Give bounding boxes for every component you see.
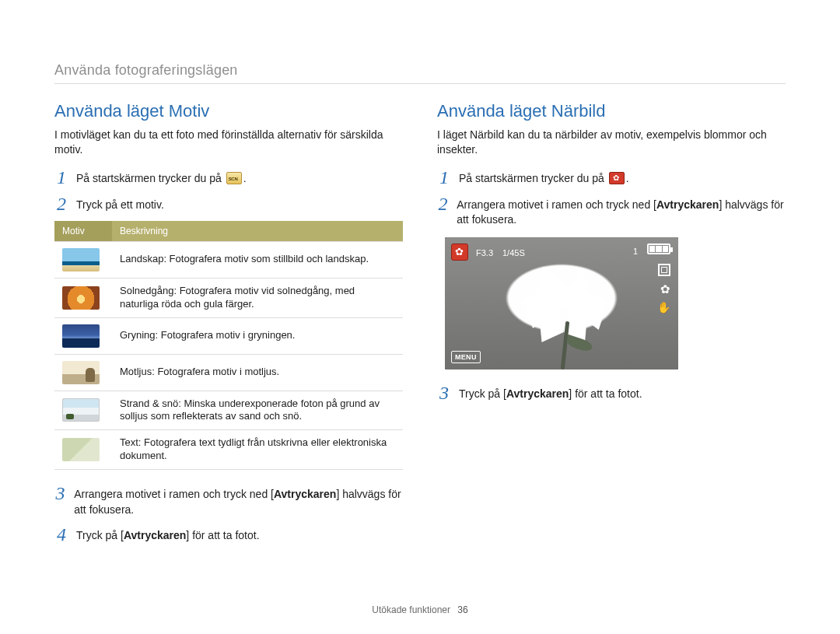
step-text: Arrangera motivet i ramen och tryck ned … — [74, 488, 274, 500]
hud-aperture: F3.3 — [476, 248, 493, 257]
step-2: 2 Arrangera motivet i ramen och tryck ne… — [437, 194, 786, 228]
step-4: 4 Tryck på [Avtryckaren] för att ta foto… — [54, 525, 403, 544]
step-number: 2 — [54, 194, 68, 213]
row-title: Gryning — [120, 329, 156, 341]
intro-motiv: I motivläget kan du ta ett foto med föri… — [54, 128, 403, 157]
step-number: 1 — [54, 168, 68, 187]
table-row: Text: Fotografera text tydligt från utsk… — [54, 430, 403, 470]
thumb-text-icon — [62, 438, 100, 461]
hud-shutter: 1/45S — [502, 248, 525, 257]
intro-narbild: I läget Närbild kan du ta närbilder av m… — [437, 128, 786, 157]
shutter-label: Avtryckaren — [656, 198, 719, 211]
step-number: 3 — [54, 484, 66, 503]
shutter-label: Avtryckaren — [124, 529, 186, 541]
step-number: 2 — [437, 194, 449, 213]
hud-menu-button[interactable]: MENU — [451, 351, 481, 363]
heading-motiv: Använda läget Motiv — [54, 101, 403, 121]
hud-shot-count: 1 — [633, 247, 638, 256]
scn-mode-icon — [226, 172, 242, 184]
row-title: Strand & snö — [120, 398, 178, 409]
thumb-gryning-icon — [62, 324, 100, 348]
step-1: 1 På startskärmen trycker du på . — [54, 168, 403, 187]
step-text: På startskärmen trycker du på — [459, 172, 604, 184]
table-row: Landskap: Fotografera motiv som stillbil… — [54, 241, 403, 278]
step-2: 2 Tryck på ett motiv. — [54, 194, 403, 213]
col-motiv: Använda läget Motiv I motivläget kan du … — [54, 101, 403, 552]
step-text-post: ] för att ta fotot. — [569, 387, 642, 400]
row-desc: : Fotografera motiv i gryningen. — [156, 329, 296, 341]
hud-stabilizer-icon — [657, 301, 670, 313]
thumb-solnedgang-icon — [62, 286, 100, 310]
table-row: Strand & snö: Minska underexponerade fot… — [54, 391, 403, 430]
step-text-post: . — [243, 172, 247, 184]
step-3: 3 Tryck på [Avtryckaren] för att ta foto… — [437, 384, 786, 402]
step-3: 3 Arrangera motivet i ramen och tryck ne… — [54, 484, 403, 517]
thumb-strand-icon — [62, 398, 100, 422]
step-text-post: ] för att ta fotot. — [186, 529, 259, 541]
row-title: Text — [120, 436, 138, 448]
divider — [54, 83, 786, 84]
step-text: Tryck på [ — [459, 387, 506, 400]
table-row: Solnedgång: Fotografera motiv vid solned… — [54, 278, 403, 317]
step-text: Arrangera motivet i ramen och tryck ned … — [457, 198, 656, 211]
th-beskrivning: Beskrivning — [112, 221, 403, 242]
step-number: 1 — [437, 168, 451, 187]
thumb-motljus-icon — [62, 361, 100, 384]
step-1: 1 På startskärmen trycker du på . — [437, 168, 786, 187]
hud-mode-macro-icon — [451, 243, 468, 261]
row-desc: : Fotografera motiv som stillbild och la… — [163, 253, 369, 264]
step-text-post: . — [626, 172, 629, 184]
focus-indicator-icon — [546, 285, 574, 309]
row-desc: : Fotografera motiv i motljus. — [152, 366, 279, 377]
shutter-label: Avtryckaren — [506, 387, 569, 400]
hud-battery-icon — [647, 243, 670, 254]
th-motiv: Motiv — [54, 221, 112, 242]
step-number: 4 — [54, 525, 68, 544]
step-number: 3 — [437, 384, 451, 402]
hud-metering-icon — [658, 264, 670, 276]
row-title: Landskap — [120, 253, 163, 264]
step-text: På startskärmen trycker du på — [76, 172, 222, 184]
motiv-table: Motiv Beskrivning Landskap: Fotografera … — [54, 221, 403, 470]
footer-page-number: 36 — [457, 604, 467, 615]
thumb-landskap-icon — [62, 248, 100, 271]
row-desc: : Fotografera text tydligt från utskrivn… — [120, 436, 387, 461]
step-text: Tryck på ett motiv. — [76, 194, 164, 213]
page-footer: Utökade funktioner 36 — [0, 604, 840, 615]
step-text: Tryck på [ — [76, 529, 124, 541]
table-row: Motljus: Fotografera motiv i motljus. — [54, 354, 403, 391]
row-title: Motljus — [120, 366, 152, 377]
row-title: Solnedgång — [120, 285, 173, 296]
table-row: Gryning: Fotografera motiv i gryningen. — [54, 317, 403, 354]
camera-preview: F3.3 1/45S 1 MENU — [445, 237, 678, 370]
hud-macro-icon — [660, 282, 670, 296]
footer-label: Utökade funktioner — [372, 604, 450, 615]
section-breadcrumb: Använda fotograferingslägen — [54, 62, 786, 79]
macro-mode-icon — [609, 172, 625, 184]
col-narbild: Använda läget Närbild I läget Närbild ka… — [437, 101, 786, 552]
shutter-label: Avtryckaren — [274, 488, 336, 500]
heading-narbild: Använda läget Närbild — [437, 101, 786, 121]
